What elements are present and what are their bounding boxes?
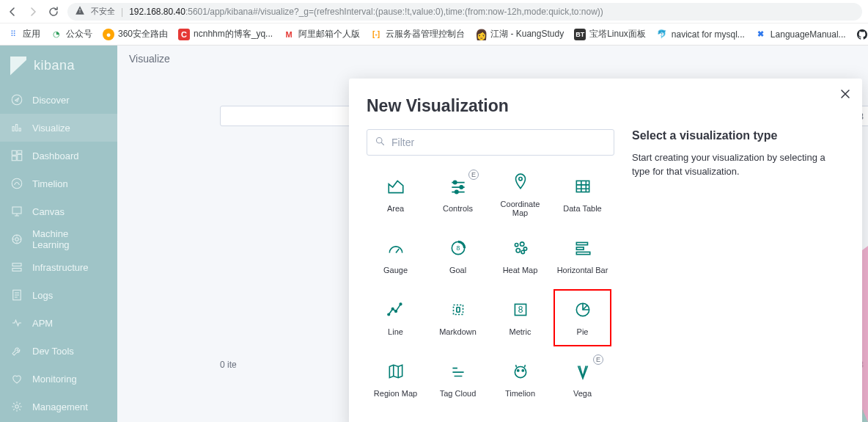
sidebar-item-apm[interactable]: APM — [0, 309, 117, 337]
hbar-icon — [573, 239, 592, 260]
kibana-sidebar: kibana Discover Visualize Dashboard Time… — [0, 46, 117, 422]
controls-icon — [449, 177, 468, 198]
svg-point-33 — [391, 308, 394, 310]
infra-icon — [10, 261, 23, 274]
viz-type-label: Markdown — [439, 327, 477, 336]
sidebar-item-label: Dashboard — [32, 150, 79, 161]
svg-rect-7 — [12, 156, 16, 161]
apm-icon — [10, 316, 23, 330]
svg-point-40 — [515, 366, 526, 377]
bookmark-item[interactable]: ✖LanguageManual... — [755, 29, 846, 40]
sidebar-item-logs[interactable]: Logs — [0, 281, 117, 309]
bookmark-item[interactable]: ●360安全路由 — [103, 28, 168, 40]
sidebar-item-label: Logs — [32, 290, 53, 301]
viz-type-markdown[interactable]: Markdown — [429, 289, 487, 346]
viz-type-label: Area — [387, 204, 404, 213]
svg-point-18 — [460, 185, 463, 188]
svg-rect-31 — [576, 252, 589, 254]
sidebar-item-label: Discover — [32, 95, 70, 106]
svg-rect-21 — [576, 181, 589, 192]
viz-type-gauge[interactable]: Gauge — [367, 228, 424, 285]
svg-point-10 — [15, 238, 19, 241]
viz-type-table[interactable]: Data Table — [553, 166, 611, 223]
sidebar-item-visualize[interactable]: Visualize — [0, 114, 117, 142]
bookmark-item[interactable]: 👩江湖 - KuangStudy — [475, 28, 564, 40]
viz-type-pie[interactable]: Pie — [553, 289, 611, 346]
viz-type-label: Tag Cloud — [440, 389, 477, 398]
gauge-icon — [386, 239, 405, 260]
sidebar-item-label: Timelion — [32, 178, 68, 189]
svg-rect-3 — [19, 128, 21, 131]
sidebar-item-canvas[interactable]: Canvas — [0, 197, 117, 225]
chart-icon — [10, 121, 23, 134]
sidebar-item-ml[interactable]: Machine Learning — [0, 225, 117, 253]
sidebar-item-label: Machine Learning — [32, 228, 107, 250]
dashboard-icon — [10, 149, 23, 162]
bookmark-item[interactable]: ◔公众号 — [51, 28, 92, 40]
modal-title: New Visualization — [349, 79, 862, 129]
bookmark-item[interactable]: M阿里邮箱个人版 — [283, 28, 360, 40]
sidebar-item-timelion[interactable]: Timelion — [0, 170, 117, 197]
svg-point-27 — [516, 248, 520, 252]
viz-type-heatmap[interactable]: Heat Map — [491, 228, 549, 285]
svg-point-35 — [400, 303, 402, 305]
bookmark-item[interactable]: GitHub — [856, 29, 868, 40]
markdown-icon — [449, 300, 468, 321]
search-icon — [375, 136, 386, 149]
sidebar-item-dashboard[interactable]: Dashboard — [0, 142, 117, 170]
svg-rect-13 — [12, 269, 21, 272]
address-bar[interactable]: 不安全 | 192.168.80.40:5601/app/kibana#/vis… — [67, 3, 862, 21]
bookmark-item[interactable]: Cncnhhm的博客_yq... — [178, 28, 273, 40]
kibana-logo[interactable]: kibana — [0, 46, 117, 86]
viz-type-controls[interactable]: EControls — [429, 166, 487, 223]
forward-button[interactable] — [26, 5, 40, 18]
svg-rect-36 — [453, 305, 463, 314]
viz-type-label: Horizontal Bar — [557, 266, 608, 274]
back-button[interactable] — [6, 5, 19, 18]
bookmark-item[interactable]: BT宝塔Linux面板 — [574, 28, 646, 40]
svg-point-32 — [387, 313, 389, 316]
viz-type-metric[interactable]: 8Metric — [491, 289, 549, 346]
sidebar-item-devtools[interactable]: Dev Tools — [0, 337, 117, 365]
sidebar-item-monitoring[interactable]: Monitoring — [0, 365, 117, 393]
viz-type-label: Metric — [510, 327, 532, 336]
viz-type-label: Pie — [577, 327, 589, 336]
viz-type-label: Vega — [573, 389, 592, 398]
logs-icon — [10, 288, 23, 302]
bookmark-item[interactable]: 🐬navicat for mysql... — [656, 29, 745, 40]
tagcloud-icon — [449, 362, 468, 383]
filter-input[interactable] — [391, 137, 606, 148]
apps-button[interactable]: ⠿应用 — [7, 28, 40, 40]
sidebar-item-discover[interactable]: Discover — [0, 86, 117, 114]
svg-point-41 — [517, 369, 518, 371]
table-icon — [573, 177, 592, 198]
line-icon — [386, 300, 405, 321]
svg-rect-29 — [576, 242, 587, 244]
viz-type-area[interactable]: Area — [367, 166, 424, 223]
reload-button[interactable] — [47, 5, 60, 18]
main-content: Visualize 1–8 of 8 0 ite 1–8 of 8 CSDN @… — [117, 46, 868, 422]
bookmark-item[interactable]: [-]云服务器管理控制台 — [370, 28, 465, 40]
viz-type-line[interactable]: Line — [367, 289, 424, 346]
svg-text:8: 8 — [518, 305, 523, 315]
svg-point-28 — [521, 250, 524, 253]
svg-rect-2 — [16, 125, 18, 131]
viz-type-label: Gauge — [383, 266, 408, 274]
modal-close-button[interactable] — [840, 89, 850, 102]
sidebar-item-management[interactable]: Management — [0, 393, 117, 421]
viz-type-coordmap[interactable]: Coordinate Map — [491, 166, 549, 223]
viz-type-tagcloud[interactable]: Tag Cloud — [429, 351, 487, 408]
pie-icon — [573, 300, 592, 321]
viz-type-regionmap[interactable]: Region Map — [367, 351, 424, 408]
compass-icon — [10, 93, 23, 106]
svg-point-16 — [377, 138, 383, 144]
filter-input-wrap[interactable] — [367, 129, 614, 156]
viz-type-goal[interactable]: 8Goal — [429, 228, 487, 285]
select-type-text: Start creating your visualization by sel… — [632, 151, 845, 179]
regionmap-icon — [386, 362, 405, 383]
sidebar-item-label: Dev Tools — [32, 346, 74, 357]
sidebar-item-infrastructure[interactable]: Infrastructure — [0, 253, 117, 281]
viz-type-hbar[interactable]: Horizontal Bar — [553, 228, 611, 285]
viz-type-timelion[interactable]: Timelion — [491, 351, 549, 408]
viz-type-vega[interactable]: EVega — [553, 351, 611, 408]
